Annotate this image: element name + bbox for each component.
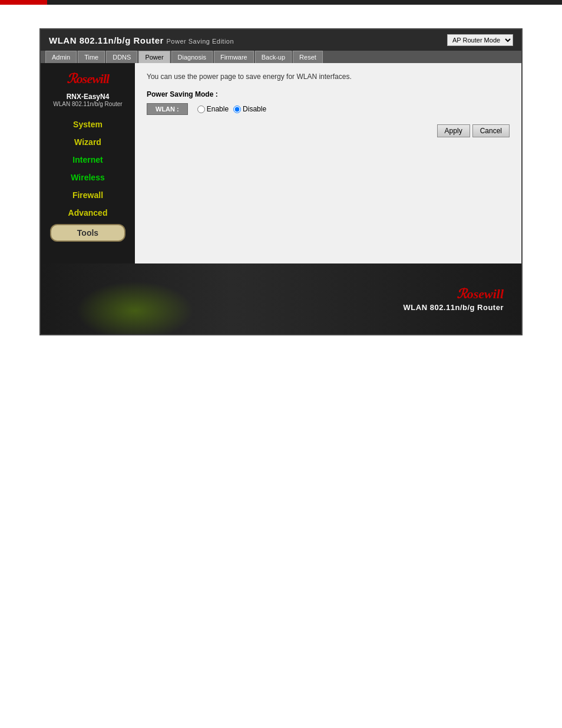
content-panel: You can use the power page to save energ… <box>135 63 521 263</box>
mode-select-wrapper[interactable]: AP Router Mode Router Mode AP Mode <box>447 34 513 46</box>
rosewill-logo-text: ℛosewill <box>67 71 109 86</box>
tab-backup[interactable]: Back-up <box>255 51 292 63</box>
sidebar-item-advanced[interactable]: Advanced <box>41 204 135 222</box>
radio-disable[interactable] <box>233 106 241 113</box>
cancel-button[interactable]: Cancel <box>472 124 510 137</box>
tab-ddns[interactable]: DDNS <box>106 51 137 63</box>
tab-diagnosis[interactable]: Diagnosis <box>171 51 213 63</box>
tab-time[interactable]: Time <box>78 51 105 63</box>
device-model: RNX-EasyN4 <box>44 93 131 101</box>
main-area: ℛosewill RNX-EasyN4 WLAN 802.11n/b/g Rou… <box>41 63 521 263</box>
top-bar <box>0 0 562 5</box>
apply-button[interactable]: Apply <box>437 124 470 137</box>
tab-power[interactable]: Power <box>138 51 170 63</box>
mode-select[interactable]: AP Router Mode Router Mode AP Mode <box>447 34 513 46</box>
page-wrapper: WLAN 802.11n/b/g Router Power Saving Edi… <box>0 5 562 359</box>
sidebar: ℛosewill RNX-EasyN4 WLAN 802.11n/b/g Rou… <box>41 63 135 263</box>
radio-disable-label: Disable <box>243 105 266 113</box>
sidebar-item-firewall[interactable]: Firewall <box>41 186 135 204</box>
sidebar-item-internet[interactable]: Internet <box>41 151 135 169</box>
tab-reset[interactable]: Reset <box>293 51 323 63</box>
device-sub: WLAN 802.11n/b/g Router <box>44 101 131 107</box>
router-footer: ℛosewill WLAN 802.11n/b/g Router <box>41 263 521 334</box>
radio-disable-option[interactable]: Disable <box>233 105 266 113</box>
sidebar-item-system[interactable]: System <box>41 116 135 133</box>
footer-rosewill-logo: ℛosewill <box>404 286 504 302</box>
power-row: WLAN : Enable Disable <box>147 103 510 115</box>
tab-admin[interactable]: Admin <box>45 51 77 63</box>
content-description: You can use the power page to save energ… <box>147 73 510 81</box>
radio-enable-option[interactable]: Enable <box>197 105 229 113</box>
radio-enable-label: Enable <box>207 105 229 113</box>
footer-brand: ℛosewill WLAN 802.11n/b/g Router <box>404 286 504 312</box>
sidebar-logo: ℛosewill <box>41 63 135 90</box>
router-frame: WLAN 802.11n/b/g Router Power Saving Edi… <box>39 28 523 335</box>
radio-group: Enable Disable <box>197 105 266 113</box>
footer-glow <box>76 281 194 334</box>
sidebar-item-wizard[interactable]: Wizard <box>41 133 135 151</box>
wlan-label: WLAN : <box>147 103 188 115</box>
sidebar-device-name: RNX-EasyN4 WLAN 802.11n/b/g Router <box>41 90 135 113</box>
section-title: Power Saving Mode : <box>147 90 510 98</box>
router-title-suffix: Power Saving Edition <box>167 38 234 45</box>
sidebar-nav: System Wizard Internet Wireless Firewall… <box>41 113 135 246</box>
sidebar-item-tools[interactable]: Tools <box>50 224 125 242</box>
router-title: WLAN 802.11n/b/g Router Power Saving Edi… <box>49 35 234 45</box>
footer-tagline: WLAN 802.11n/b/g Router <box>404 303 504 312</box>
nav-tabs: Admin Time DDNS Power Diagnosis Firmware… <box>41 51 521 63</box>
tab-firmware[interactable]: Firmware <box>214 51 254 63</box>
router-title-prefix: WLAN 802.11n/b/g Router <box>49 35 164 45</box>
rosewill-logo-sidebar: ℛosewill <box>47 71 129 87</box>
radio-enable[interactable] <box>197 106 205 113</box>
sidebar-item-wireless[interactable]: Wireless <box>41 169 135 186</box>
router-header: WLAN 802.11n/b/g Router Power Saving Edi… <box>41 29 521 51</box>
button-row: Apply Cancel <box>147 124 510 137</box>
